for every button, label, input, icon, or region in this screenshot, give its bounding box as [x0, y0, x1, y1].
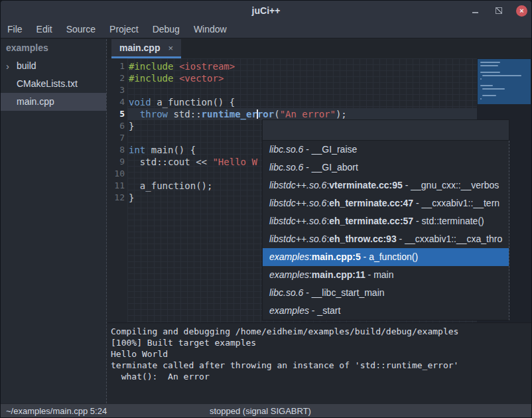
backtrace-item[interactable]: libc.so.6 - __GI_abort — [263, 159, 509, 176]
window-title: juCi++ — [252, 5, 281, 16]
backtrace-item-part: - __GI_abort — [303, 162, 358, 173]
line-number: 3 — [107, 84, 125, 96]
minimap-line — [480, 85, 493, 86]
code-token: void — [129, 97, 151, 107]
chevron-right-icon[interactable]: › — [6, 57, 9, 75]
code-token: a_function() { — [151, 97, 235, 107]
tab-main-cpp[interactable]: main.cpp × — [111, 39, 181, 58]
backtrace-item[interactable]: libstdc++.so.6:eh_terminate.cc:47 - __cx… — [263, 194, 509, 212]
backtrace-item[interactable]: libstdc++.so.6:eh_throw.cc:93 - __cxxabi… — [263, 230, 509, 248]
backtrace-item-part: examples — [269, 269, 309, 280]
backtrace-item[interactable]: libstdc++.so.6:eh_terminate.cc:57 - std:… — [263, 212, 509, 230]
code-line: #include <iostream> — [129, 60, 477, 72]
restore-button[interactable] — [492, 4, 505, 17]
backtrace-item-part: - std::terminate() — [413, 216, 484, 226]
code-token: ); — [336, 109, 347, 119]
backtrace-item-part: - __cxxabiv1::__cxa_thro — [397, 234, 503, 244]
terminal-line: terminate called after throwing an insta… — [111, 360, 532, 371]
code-token: throw — [140, 109, 168, 119]
backtrace-item-part: - __cxxabiv1::__tern — [413, 198, 499, 208]
backtrace-filter-entry[interactable] — [262, 119, 509, 141]
backtrace-item-part: eh_terminate.cc:47 — [329, 198, 413, 208]
menu-item-file[interactable]: File — [7, 24, 23, 35]
backtrace-item[interactable]: libc.so.6 - __libc_start_main — [263, 284, 509, 302]
menu-item-project[interactable]: Project — [109, 24, 139, 35]
code-line: throw std::runtime_error("An error"); — [129, 108, 477, 120]
backtrace-item-part: examples — [269, 305, 309, 316]
minimap-line — [482, 95, 496, 96]
line-number: 4 — [107, 96, 125, 108]
tab-close-icon[interactable]: × — [168, 43, 173, 53]
status-debug-state: stopped (signal SIGABRT) — [210, 404, 311, 418]
minimap-line — [482, 88, 505, 90]
line-number: 6 — [107, 120, 125, 132]
backtrace-list: libc.so.6 - __GI_raiselibc.so.6 - __GI_a… — [262, 141, 509, 320]
code-token: } — [129, 121, 134, 131]
backtrace-item[interactable]: examples - _start — [263, 302, 509, 320]
code-token: runtime_er — [202, 109, 257, 119]
sidebar-item-main-cpp[interactable]: main.cpp — [1, 93, 106, 111]
code-token — [129, 109, 140, 119]
line-number: 9 — [107, 156, 125, 168]
menu-item-source[interactable]: Source — [66, 24, 96, 35]
tabbar: main.cpp × — [107, 39, 532, 58]
backtrace-item[interactable]: libstdc++.so.6:vterminate.cc:95 - __gnu_… — [263, 176, 509, 194]
code-token: "Hello W — [212, 157, 257, 167]
backtrace-item[interactable]: examples:main.cpp:11 - main — [263, 266, 509, 284]
backtrace-item-part: - __GI_raise — [303, 144, 357, 155]
backtrace-item-part: main.cpp:5 — [312, 251, 361, 262]
menu-item-window[interactable]: Window — [194, 24, 227, 35]
code-token: std:: — [168, 109, 202, 119]
backtrace-item-part: libstdc++.so.6 — [269, 180, 326, 190]
code-token: <vector> — [179, 73, 224, 84]
line-number: 2 — [107, 72, 125, 84]
code-token: main() { — [145, 145, 196, 155]
code-line — [129, 84, 477, 96]
minimap-line — [482, 75, 521, 76]
terminal-line: what(): An error — [111, 371, 532, 382]
backtrace-item-part: - main — [366, 269, 394, 280]
sidebar-item-cmakelists-txt[interactable]: CMakeLists.txt — [1, 75, 106, 93]
code-token: a_function(); — [129, 180, 212, 191]
minimap-slider[interactable] — [478, 59, 531, 104]
menu-item-debug[interactable]: Debug — [153, 24, 180, 35]
backtrace-popup: libc.so.6 - __GI_raiselibc.so.6 - __GI_a… — [262, 119, 509, 320]
backtrace-item-part: libstdc++.so.6 — [269, 216, 326, 226]
code-token: std::cout << — [129, 157, 212, 167]
line-number: 1 — [107, 60, 125, 72]
backtrace-item-part: - __gnu_cxx::__verbos — [403, 180, 499, 190]
app-window: juCi++ × FileEditSourceProjectDebugWindo… — [0, 0, 532, 418]
code-token: #include — [129, 61, 173, 72]
restore-icon — [496, 7, 502, 14]
backtrace-item[interactable]: examples:main.cpp:5 - a_function() — [263, 248, 509, 266]
close-button[interactable]: × — [516, 5, 527, 17]
backtrace-item-part: - _start — [309, 305, 340, 316]
line-number: 7 — [107, 132, 125, 144]
backtrace-item-part: - __libc_start_main — [303, 287, 384, 298]
code-token: #include — [129, 73, 173, 84]
minimap-line — [480, 62, 500, 63]
backtrace-item[interactable]: libc.so.6 - __GI_raise — [263, 141, 509, 159]
minimap-line — [480, 72, 500, 73]
backtrace-item-part: libstdc++.so.6 — [269, 234, 326, 244]
terminal-line: Hello World — [111, 348, 532, 360]
backtrace-item-part: eh_terminate.cc:57 — [329, 216, 413, 226]
terminal-line: [100%] Built target examples — [111, 337, 532, 348]
sidebar-item-build[interactable]: ›build — [1, 57, 106, 75]
menu-item-edit[interactable]: Edit — [36, 24, 52, 35]
status-file-position: ~/examples/main.cpp 5:24 — [6, 404, 107, 418]
minimap-line — [480, 78, 482, 80]
window-controls: × — [468, 1, 527, 21]
backtrace-item-part: examples — [269, 251, 309, 262]
minimize-button[interactable] — [468, 4, 482, 17]
close-icon: × — [519, 5, 523, 17]
project-name: examples — [1, 39, 106, 57]
terminal-output[interactable]: Compiling and debugging /home/eidheim/ex… — [107, 322, 532, 403]
code-token: int — [129, 145, 145, 155]
code-token: } — [129, 192, 134, 203]
backtrace-item-part: - a_function() — [361, 251, 418, 262]
code-token: "An error" — [280, 109, 336, 119]
backtrace-item-part: libc.so.6 — [269, 162, 303, 173]
minimize-icon — [472, 12, 478, 13]
titlebar[interactable]: juCi++ × — [1, 1, 531, 21]
